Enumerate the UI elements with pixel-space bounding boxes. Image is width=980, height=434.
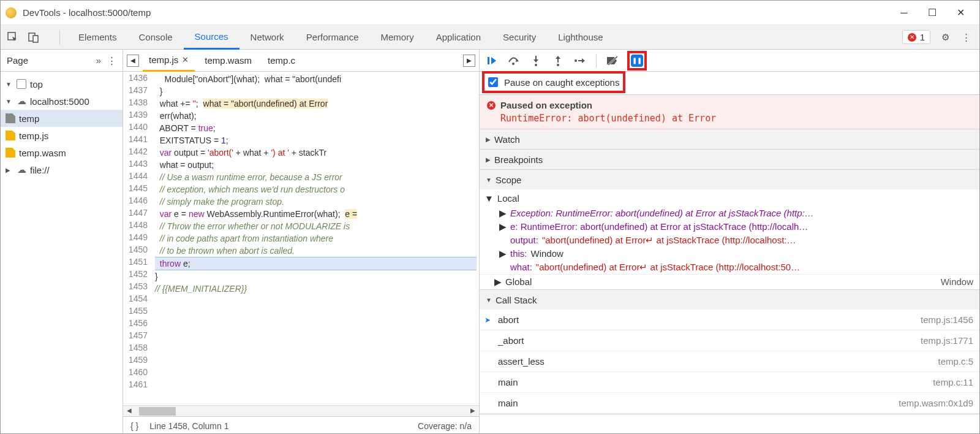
paused-banner-message: RuntimeError: abort(undefined) at Error [500,113,972,124]
tab-console[interactable]: Console [128,25,184,50]
paused-banner-title: Paused on exception [500,100,592,110]
tab-elements[interactable]: Elements [67,25,128,50]
svg-point-7 [575,59,577,62]
step-icon[interactable] [574,55,586,67]
section-label: Scope [496,175,522,185]
tree-file-label: temp.wasm [19,148,66,158]
minimize-button[interactable]: ─ [890,4,918,22]
callstack-frame[interactable]: maintemp.wasm:0x1d9 [480,393,979,414]
callstack-frame[interactable]: _aborttemp.js:1771 [480,330,979,351]
tab-security[interactable]: Security [492,25,547,50]
coverage-label: Coverage: n/a [418,421,472,431]
code-editor[interactable]: 1436143714381439144014411442144314441445… [123,72,479,405]
stack-loc: temp.c:5 [938,356,973,367]
close-tab-icon[interactable]: ✕ [182,55,189,64]
editor-tab-label: temp.wasm [205,55,252,66]
navigator-header: Page » ⋮ [1,50,123,72]
editor-runsnippet-icon[interactable]: ▶ [463,55,475,67]
navigator-page-label[interactable]: Page [7,55,28,66]
file-tree: ▼top ▼localhost:5000 temp temp.js temp.w… [1,72,123,182]
scope-local-header[interactable]: ▼Local [484,189,979,207]
stack-fn: main [498,377,518,387]
resume-icon[interactable] [486,55,498,67]
file-icon [6,148,15,158]
tree-file-temp[interactable]: temp [1,110,123,127]
tab-network[interactable]: Network [239,25,295,50]
editor-hscrollbar[interactable]: ◀ ▶ [123,405,479,416]
tab-lighthouse[interactable]: Lighthouse [547,25,614,50]
pause-caught-label: Pause on caught exceptions [504,77,619,88]
cloud-icon [17,165,26,175]
tab-sources[interactable]: Sources [184,25,239,50]
scope-global-label: Global [505,276,532,287]
scope-var-output[interactable]: output: "abort(undefined) at Error↵ at j… [484,234,979,247]
step-into-icon[interactable] [530,55,542,67]
scope-global[interactable]: ▶GlobalWindow [480,275,979,289]
scope-global-value: Window [941,276,973,287]
editor-tab-tempwasm[interactable]: temp.wasm [198,50,258,72]
device-toolbar-icon[interactable] [28,31,40,44]
tab-memory[interactable]: Memory [370,25,425,50]
scope-var-what[interactable]: what: "abort(undefined) at Error↵ at jsS… [484,261,979,274]
section-watch: ▶Watch [480,129,979,150]
tree-host[interactable]: ▼localhost:5000 [1,93,123,110]
pause-on-exceptions-icon[interactable]: ❚❚ [631,55,643,67]
section-callstack: ▼Call Stack aborttemp.js:1456_aborttemp.… [480,290,979,414]
scroll-right-icon[interactable]: ▶ [469,406,477,415]
svg-rect-2 [33,36,38,42]
scope-var-e[interactable]: ▶e: RuntimeError: abort(undefined) at Er… [484,220,979,234]
settings-gear-icon[interactable]: ⚙ [939,31,951,44]
error-count-badge[interactable]: ✕ 1 [902,30,930,44]
stack-loc: temp.js:1771 [921,335,973,346]
more-menu-icon[interactable]: ⋮ [960,31,972,44]
separator [596,54,597,67]
section-header-scope[interactable]: ▼Scope [480,170,979,189]
tree-file-scheme[interactable]: ▶file:// [1,161,123,178]
stack-fn: main [498,398,518,408]
code-lines[interactable]: Module["onAbort"](what); what = "abort(u… [153,72,479,405]
tree-file-tempjs[interactable]: temp.js [1,127,123,144]
editor-nav-icon[interactable]: ◀ [127,55,139,67]
navigator-panel: Page » ⋮ ▼top ▼localhost:5000 temp temp.… [1,50,123,434]
maximize-button[interactable]: ☐ [918,4,946,22]
scope-var-this[interactable]: ▶this: Window [484,247,979,261]
editor-statusbar: { } Line 1458, Column 1 Coverage: n/a [123,416,479,434]
pause-on-caught-checkbox[interactable]: Pause on caught exceptions [482,71,625,93]
close-button[interactable]: ✕ [946,4,974,22]
scroll-thumb[interactable] [139,407,176,416]
stack-loc: temp.js:1456 [921,314,973,325]
tab-application[interactable]: Application [425,25,492,50]
tree-top[interactable]: ▼top [1,75,123,93]
callstack-frame[interactable]: assert_lesstemp.c:5 [480,351,979,372]
section-header-breakpoints[interactable]: ▶Breakpoints [480,150,979,169]
inspect-element-icon[interactable] [7,31,19,44]
stack-fn: _abort [498,335,524,346]
tab-performance[interactable]: Performance [295,25,370,50]
tree-file-label: temp [19,113,39,124]
editor-panel: ◀ temp.js✕ temp.wasm temp.c ▶ 1436143714… [123,50,480,434]
navigator-more-icon[interactable]: » [96,55,101,66]
step-out-icon[interactable] [552,55,564,67]
scope-var-exception[interactable]: ▶Exception: RuntimeError: abort(undefine… [484,207,979,220]
pause-caught-input[interactable] [488,77,498,87]
section-header-callstack[interactable]: ▼Call Stack [480,290,979,310]
editor-tab-label: temp.js [149,55,178,65]
stack-fn: abort [498,314,519,325]
window-titlebar: DevTools - localhost:5000/temp ─ ☐ ✕ [1,1,979,25]
editor-tab-tempjs[interactable]: temp.js✕ [143,50,195,72]
section-scope: ▼Scope ▼Local ▶Exception: RuntimeError: … [480,170,979,290]
svg-point-5 [535,64,537,66]
deactivate-breakpoints-icon[interactable] [606,55,619,67]
section-header-watch[interactable]: ▶Watch [480,129,979,149]
pretty-print-icon[interactable]: { } [130,421,138,431]
cloud-icon [17,96,26,106]
callstack-frame[interactable]: maintemp.c:11 [480,372,979,393]
scroll-left-icon[interactable]: ◀ [126,406,133,415]
navigator-kebab-icon[interactable]: ⋮ [107,55,116,66]
tree-top-label: top [30,79,43,89]
callstack-frame[interactable]: aborttemp.js:1456 [480,310,979,330]
editor-tab-tempc[interactable]: temp.c [262,50,301,72]
debugger-toolbar: ❚❚ [480,50,979,72]
tree-file-tempwasm[interactable]: temp.wasm [1,144,123,161]
step-over-icon[interactable] [508,55,520,67]
